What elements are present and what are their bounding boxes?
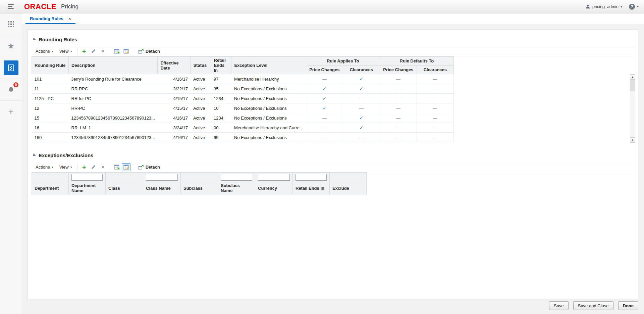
- query-by-example-button[interactable]: [122, 47, 130, 55]
- navigation-drawer-icon[interactable]: [8, 4, 14, 9]
- scroll-up-button[interactable]: ▲: [630, 75, 635, 80]
- scrollbar-thumb[interactable]: [630, 80, 635, 91]
- edit-button[interactable]: [89, 163, 98, 171]
- cell-rounding-rule: 160: [32, 133, 69, 142]
- column-header-subclass-name[interactable]: Subclass Name: [218, 182, 255, 194]
- column-header-description[interactable]: Description: [69, 57, 158, 74]
- check-icon: ✓: [343, 74, 380, 84]
- edit-button[interactable]: [89, 47, 98, 55]
- sidebar-item-notifications[interactable]: 0: [0, 79, 22, 101]
- sidebar-item-add[interactable]: +: [0, 101, 22, 123]
- rounding-rules-section-header: Rounding Rules: [32, 35, 634, 44]
- top-header: ORACLE Pricing pricing_admin ▾ ? ▾: [0, 0, 644, 13]
- add-button[interactable]: +: [80, 163, 89, 171]
- view-menu-button[interactable]: View ▾: [57, 163, 75, 171]
- dash-icon: —: [417, 84, 453, 94]
- column-header-currency[interactable]: Currency: [255, 182, 293, 194]
- rounding-rules-panel: Rounding Rules Actions ▾ View ▾ + ×: [27, 30, 638, 299]
- dash-icon: —: [380, 113, 417, 123]
- column-header-defaults-price-changes[interactable]: Price Changes: [380, 65, 417, 74]
- delete-button[interactable]: ×: [99, 47, 107, 55]
- filter-cell: [69, 173, 106, 182]
- save-button[interactable]: Save: [549, 301, 569, 310]
- column-header-department[interactable]: Department: [32, 182, 69, 194]
- rounding-rule-row[interactable]: 12RR-PC4/15/17Active10No Exceptions / Ex…: [32, 103, 454, 113]
- column-header-effective-date[interactable]: Effective Date: [158, 57, 191, 74]
- filter-input-department-name[interactable]: [71, 174, 103, 181]
- column-header-subclass[interactable]: Subclass: [181, 182, 218, 194]
- help-icon[interactable]: ?: [629, 4, 635, 10]
- cell-exception-level: No Exceptions / Exclusions: [231, 84, 306, 94]
- query-by-example-button-active[interactable]: [122, 163, 130, 171]
- view-menu-button[interactable]: View ▾: [57, 47, 75, 55]
- cell-description: Jerry's Rounding Rule for Clearance: [69, 74, 158, 84]
- add-button[interactable]: +: [80, 47, 89, 55]
- actions-menu-button[interactable]: Actions ▾: [33, 47, 56, 55]
- column-header-rounding-rule[interactable]: Rounding Rule: [32, 57, 69, 74]
- hamburger-icon: [8, 4, 14, 9]
- actions-menu-button[interactable]: Actions ▾: [33, 163, 56, 171]
- rounding-rule-row[interactable]: 16RR_LM_13/24/17Active00Merchandise Hier…: [32, 123, 454, 133]
- cell-effective-date: 3/24/17: [158, 123, 191, 133]
- filter-input-currency[interactable]: [258, 174, 290, 181]
- column-header-exception-level[interactable]: Exception Level: [231, 57, 306, 74]
- sidebar-item-favorites[interactable]: ★: [0, 35, 22, 57]
- sidebar-item-app-launcher[interactable]: [0, 13, 22, 35]
- rounding-rule-row[interactable]: 15123456789012345678901234567890123...4/…: [32, 113, 454, 123]
- sidebar-item-tasks-selected[interactable]: [0, 57, 22, 79]
- rounding-rule-row[interactable]: 11RR RPC3/22/17Active35No Exceptions / E…: [32, 84, 454, 94]
- rounding-rule-row[interactable]: 101Jerry's Rounding Rule for Clearance4/…: [32, 74, 454, 84]
- rounding-rule-row[interactable]: 1125 - PCRR for PC4/15/17Active1234No Ex…: [32, 94, 454, 103]
- cell-status: Active: [191, 123, 211, 133]
- filter-input-subclass-name[interactable]: [221, 174, 252, 181]
- filter-input-retail-ends-in[interactable]: [296, 174, 327, 181]
- user-menu-caret-icon[interactable]: ▾: [621, 5, 622, 8]
- dash-icon: —: [417, 103, 453, 113]
- cell-description: RR_LM_1: [69, 123, 158, 133]
- toolbar-separator: [133, 164, 133, 170]
- cell-exception-level: Merchandise Hierarchy: [231, 74, 306, 84]
- scroll-down-button[interactable]: ▼: [630, 137, 635, 142]
- column-header-applies-price-changes[interactable]: Price Changes: [306, 65, 343, 74]
- export-button[interactable]: [112, 163, 121, 171]
- column-header-retail-ends-in[interactable]: Retail Ends In: [211, 57, 231, 74]
- cell-retail-ends-in: 00: [211, 123, 231, 133]
- column-header-class[interactable]: Class: [106, 182, 143, 194]
- help-menu-caret-icon[interactable]: ▾: [637, 5, 639, 8]
- column-header-department-name[interactable]: Department Name: [69, 182, 106, 194]
- column-header-applies-clearances[interactable]: Clearances: [343, 65, 380, 74]
- group-header-rule-defaults-to: Rule Defaults To: [380, 57, 453, 65]
- done-button[interactable]: Done: [618, 301, 639, 310]
- dash-icon: —: [380, 123, 417, 133]
- filter-cell: [255, 173, 293, 182]
- delete-button[interactable]: ×: [99, 163, 107, 171]
- filter-grid-icon: [123, 49, 129, 54]
- detach-button[interactable]: Detach: [136, 163, 163, 171]
- cell-effective-date: 3/22/17: [158, 84, 191, 94]
- collapse-triangle-icon[interactable]: [32, 153, 36, 157]
- table-scrollbar[interactable]: ▲ ▼: [630, 74, 635, 143]
- tab-label: Rounding Rules: [30, 16, 63, 21]
- detach-button[interactable]: Detach: [136, 47, 163, 55]
- filter-cell: [330, 173, 367, 182]
- dash-icon: —: [343, 133, 380, 142]
- export-button[interactable]: [112, 47, 121, 55]
- column-header-retail-ends-in[interactable]: Retail Ends In: [293, 182, 330, 194]
- plus-icon: +: [8, 107, 13, 117]
- column-header-class-name[interactable]: Class Name: [143, 182, 181, 194]
- dash-icon: —: [306, 123, 343, 133]
- check-icon: ✓: [306, 94, 343, 103]
- column-header-exclude[interactable]: Exclude: [330, 182, 367, 194]
- tab-close-icon[interactable]: ×: [68, 16, 71, 21]
- dash-icon: —: [306, 113, 343, 123]
- pencil-icon: [91, 165, 96, 170]
- rounding-rule-row[interactable]: 160123456789012345678901234567890123...4…: [32, 133, 454, 142]
- collapse-triangle-icon[interactable]: [32, 37, 36, 41]
- filter-input-class-name[interactable]: [146, 174, 178, 181]
- save-and-close-button[interactable]: Save and Close: [573, 301, 613, 310]
- cell-retail-ends-in: 35: [211, 84, 231, 94]
- cell-status: Active: [191, 113, 211, 123]
- column-header-status[interactable]: Status: [191, 57, 211, 74]
- column-header-defaults-clearances[interactable]: Clearances: [417, 65, 453, 74]
- tab-rounding-rules[interactable]: Rounding Rules ×: [25, 13, 75, 24]
